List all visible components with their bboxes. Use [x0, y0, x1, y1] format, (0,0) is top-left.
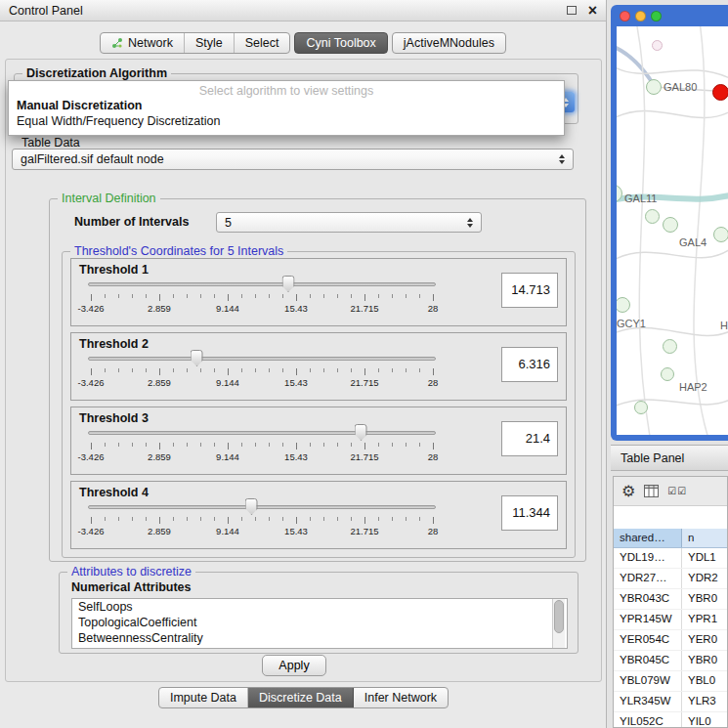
threshold-1-slider[interactable]: -3.4262.8599.14415.4321.71528 — [81, 275, 443, 325]
slider-thumb[interactable] — [282, 276, 295, 292]
threshold-3-panel: Threshold 3 -3.4262.8599.14415.4321.7152… — [70, 407, 567, 475]
attribute-list-item[interactable]: TopologicalCoefficient — [72, 615, 553, 630]
threshold-4-value-field[interactable]: 11.344 — [501, 495, 558, 531]
slider-scale-label: -3.426 — [78, 377, 105, 388]
list-scrollbar[interactable] — [552, 599, 565, 648]
table-row[interactable]: YDL19…YDL1 — [614, 548, 727, 569]
network-node[interactable] — [634, 401, 648, 414]
slider-thumb[interactable] — [245, 498, 258, 515]
network-node-selected[interactable] — [712, 84, 728, 101]
table-body: YDL19…YDL1YDR27…YDR2YBR043CYBR0YPR145WYP… — [614, 548, 727, 728]
slider-scale-label: 15.43 — [284, 303, 308, 314]
table-data-combobox[interactable]: galFiltered.sif default node — [12, 149, 574, 170]
tab-impute-data[interactable]: Impute Data — [159, 688, 248, 707]
cyni-toolbox-panel: Discretization Algorithm Select algorith… — [5, 59, 602, 682]
network-node[interactable] — [645, 209, 660, 224]
threshold-1-value-field[interactable]: 14.713 — [501, 273, 558, 308]
algorithm-option[interactable]: Equal Width/Frequency Discretization — [9, 113, 564, 129]
network-node[interactable] — [663, 217, 678, 233]
gear-icon[interactable]: ⚙ — [621, 484, 635, 499]
slider-ruler: -3.4262.8599.14415.4321.71528 — [91, 443, 433, 470]
desktop: Control Panel × Network Style Select Cyn… — [0, 0, 728, 728]
numerical-attributes-list[interactable]: SelfLoopsTopologicalCoefficientBetweenne… — [71, 598, 568, 649]
threshold-2-value-field[interactable]: 6.316 — [501, 347, 558, 382]
table-header-row: shared… n — [614, 529, 727, 548]
tab-infer-network[interactable]: Infer Network — [354, 688, 448, 707]
table-row[interactable]: YBR045CYBR0 — [614, 651, 727, 671]
slider-scale-label: 21.715 — [350, 451, 378, 462]
slider-track[interactable] — [88, 505, 436, 509]
table-row[interactable]: YLR345WYLR3 — [614, 692, 727, 712]
column-header-shared-name[interactable]: shared… — [614, 529, 682, 547]
attribute-list-item[interactable]: SelfLoops — [72, 599, 553, 615]
slider-scale-label: 2.859 — [148, 451, 171, 462]
number-of-intervals-combobox[interactable]: 5 — [216, 212, 482, 233]
slider-scale-label: 2.859 — [148, 303, 171, 314]
columns-icon[interactable] — [644, 485, 659, 497]
table-row[interactable]: YER054CYER0 — [614, 630, 727, 651]
close-icon[interactable]: × — [588, 4, 597, 18]
window-controls — [620, 11, 662, 21]
network-view-window: GAL80 GAL11 GAL4 GCY1 H HAP2 — [611, 5, 728, 441]
slider-scale-label: 15.43 — [284, 377, 308, 388]
zoom-button[interactable] — [651, 11, 662, 21]
threshold-2-slider[interactable]: -3.4262.8599.14415.4321.71528 — [81, 349, 443, 400]
slider-track[interactable] — [88, 357, 436, 361]
scrollbar-thumb[interactable] — [554, 600, 564, 633]
slider-scale-label: 21.715 — [350, 303, 378, 314]
close-button[interactable] — [620, 11, 630, 21]
network-node[interactable] — [661, 367, 674, 381]
attribute-list-item[interactable]: BetweennessCentrality — [72, 630, 553, 646]
select-columns-icon[interactable]: ☑☑ — [667, 486, 687, 496]
tab-style[interactable]: Style — [185, 33, 235, 53]
slider-scale-label: 28 — [428, 526, 439, 536]
slider-thumb[interactable] — [191, 350, 203, 366]
slider-scale-label: 9.144 — [216, 526, 239, 536]
slider-scale-label: 9.144 — [216, 377, 239, 388]
table-row[interactable]: YIL052CYIL0 — [614, 712, 727, 728]
slider-track[interactable] — [88, 282, 436, 286]
combo-arrows-icon — [555, 154, 569, 164]
group-title-thresholds: Threshold's Coordinates for 5 Intervals — [70, 244, 287, 258]
bottom-tab-group: Impute Data Discretize Data Infer Networ… — [158, 687, 449, 708]
table-row[interactable]: YBR043CYBR0 — [614, 589, 727, 610]
network-node[interactable] — [713, 227, 728, 242]
table-row[interactable]: YBL079WYBL0 — [614, 671, 727, 692]
network-canvas[interactable]: GAL80 GAL11 GAL4 GCY1 H HAP2 — [617, 26, 728, 435]
tab-network[interactable]: Network — [101, 33, 185, 53]
control-panel-titlebar[interactable]: Control Panel × — [0, 0, 606, 21]
slider-thumb[interactable] — [355, 424, 367, 441]
tab-cyni-toolbox[interactable]: Cyni Toolbox — [294, 32, 387, 54]
float-window-icon[interactable] — [567, 6, 577, 15]
tab-label: Network — [128, 36, 173, 50]
network-node[interactable] — [646, 79, 662, 95]
threshold-4-slider[interactable]: -3.4262.8599.14415.4321.71528 — [81, 497, 443, 548]
slider-scale-label: -3.426 — [78, 451, 105, 462]
table-toolbar-gap — [614, 506, 727, 529]
slider-scale-label: 21.715 — [350, 377, 378, 388]
apply-button[interactable]: Apply — [262, 655, 326, 676]
slider-scale-label: 2.859 — [148, 377, 171, 388]
top-tab-bar: Network Style Select Cyni Toolbox jActiv… — [0, 32, 606, 54]
thresholds-group: Threshold's Coordinates for 5 Intervals … — [62, 251, 576, 558]
table-row[interactable]: YDR27…YDR2 — [614, 569, 727, 589]
minimize-button[interactable] — [635, 11, 646, 21]
algorithm-option[interactable]: Manual Discretization — [9, 98, 564, 113]
tab-discretize-data[interactable]: Discretize Data — [248, 688, 354, 707]
slider-scale-label: 9.144 — [216, 451, 239, 462]
threshold-3-slider[interactable]: -3.4262.8599.14415.4321.71528 — [81, 423, 443, 474]
slider-ruler: -3.4262.8599.14415.4321.71528 — [91, 368, 433, 396]
tab-select[interactable]: Select — [235, 33, 290, 53]
network-node[interactable] — [663, 339, 677, 354]
threshold-3-value-field[interactable]: 21.4 — [501, 421, 558, 456]
table-row[interactable]: YPR145WYPR1 — [614, 610, 727, 630]
column-header-name[interactable]: n — [682, 529, 727, 547]
tab-jactivemnodules[interactable]: jActiveMNodules — [392, 32, 506, 54]
network-node[interactable] — [652, 40, 663, 51]
slider-track[interactable] — [88, 431, 436, 435]
tab-label: Discretize Data — [259, 691, 342, 705]
table-panel-header[interactable]: Table Panel — [611, 445, 728, 471]
table-data-value: galFiltered.sif default node — [13, 152, 555, 166]
slider-scale-label: 28 — [428, 451, 439, 462]
algorithm-placeholder: Select algorithm to view settings — [9, 81, 564, 98]
